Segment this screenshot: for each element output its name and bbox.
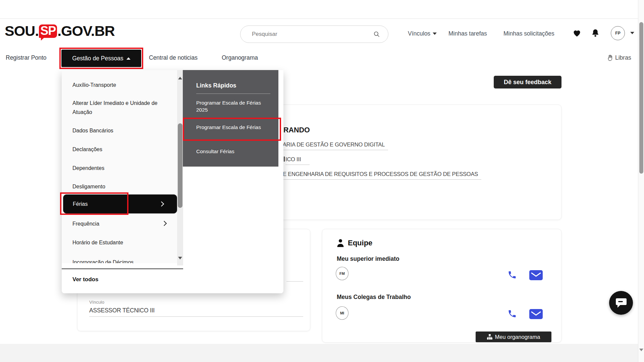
search-input[interactable] — [252, 31, 373, 38]
submenu-title-underline — [196, 94, 270, 94]
colegas-label: Meus Colegas de Trabalho — [337, 294, 411, 301]
nav-gestao-de-pessoas[interactable]: Gestão de Pessoas — [61, 50, 141, 67]
menu-scrollbar[interactable] — [177, 70, 183, 265]
meu-organograma-button[interactable]: Meu organograma — [476, 331, 551, 342]
gestao-de-pessoas-label: Gestão de Pessoas — [72, 55, 123, 62]
sou-sp-gov-logo[interactable]: SOU.SP.GOV.BR — [5, 23, 115, 39]
feedback-button-label: Dê seu feedback — [504, 79, 551, 86]
menu-item-ver-todos[interactable]: Ver todos — [72, 276, 98, 283]
logo-gov-text: .GOV.BR — [57, 23, 115, 39]
email-icon[interactable] — [529, 309, 543, 319]
menu-divider — [62, 268, 183, 269]
vinculos-menu[interactable]: Vínculos — [408, 29, 437, 38]
vinculo-value: ASSESSOR TÉCNICO III — [89, 307, 155, 314]
superior-label: Meu superior imediato — [337, 255, 399, 262]
vinculos-label: Vínculos — [408, 30, 430, 37]
submenu-item-consultar[interactable]: Consultar Férias — [196, 148, 267, 155]
scroll-up-arrow-icon[interactable] — [178, 77, 182, 79]
vinculo-underline — [89, 316, 303, 317]
user-avatar[interactable]: FP — [611, 26, 625, 40]
links-rapidos-title: Links Rápidos — [196, 82, 236, 89]
search-bar[interactable] — [240, 25, 388, 43]
links-rapidos-submenu: Links Rápidos Programar Escala de Férias… — [183, 70, 278, 167]
hand-icon — [607, 54, 613, 61]
notifications-bell-icon[interactable] — [591, 29, 599, 37]
minhas-tarefas-link[interactable]: Minhas tarefas — [448, 29, 487, 38]
nav-organograma[interactable]: Organograma — [222, 54, 258, 61]
colega-initials: MI — [340, 311, 344, 315]
profile-link-secretaria[interactable]: ARIA DE GESTÃO E GOVERNO DIGITAL — [283, 141, 388, 150]
favorites-heart-icon[interactable] — [573, 29, 581, 37]
menu-item-incorporacao-decimos[interactable]: Incorporação de Décimos — [72, 258, 174, 263]
equipe-card: Equipe Meu superior imediato FM Meus Col… — [322, 229, 561, 343]
menu-item-ferias[interactable]: Férias — [63, 194, 177, 214]
submenu-item-programar-2025[interactable]: Programar Escala de Férias 2025 — [196, 99, 267, 113]
menu-item-horario-estudante[interactable]: Horário de Estudante — [72, 238, 174, 247]
page-scrollbar[interactable] — [638, 0, 644, 362]
menu-item-desligamento[interactable]: Desligamento — [72, 182, 174, 191]
menu-item-alterar-lider[interactable]: Alterar Líder Imediato e Unidade de Atua… — [72, 99, 174, 117]
phone-icon[interactable] — [507, 309, 517, 318]
search-icon[interactable] — [373, 31, 380, 38]
libras-label: Libras — [615, 54, 631, 61]
meu-organograma-label: Meu organograma — [495, 334, 540, 340]
chevron-down-icon — [433, 33, 437, 35]
chevron-right-icon — [159, 201, 164, 207]
menu-item-dados-bancarios[interactable]: Dados Bancários — [72, 126, 174, 135]
user-initials: FP — [615, 31, 620, 36]
menu-item-auxilio-transporte[interactable]: Auxílio-Transporte — [72, 80, 174, 89]
menu-item-declaracoes[interactable]: Declarações — [72, 145, 174, 154]
equipe-title: Equipe — [348, 239, 372, 247]
scroll-down-arrow-icon[interactable] — [178, 257, 182, 259]
gestao-de-pessoas-dropdown: Auxílio-Transporte Alterar Líder Imediat… — [62, 70, 283, 293]
phone-icon[interactable] — [507, 270, 517, 280]
hidden-field-underline — [286, 281, 303, 282]
profile-name-fragment: RANDO — [283, 126, 310, 134]
ferias-label: Férias — [73, 201, 88, 207]
nav-registrar-ponto[interactable]: Registrar Ponto — [6, 54, 47, 61]
profile-link-cargo[interactable]: ICO III — [285, 156, 310, 165]
menu-item-frequencia[interactable]: Frequência — [72, 219, 174, 228]
sp-speech-bubble-icon: SP — [39, 24, 57, 38]
page-scroll-down-arrow-icon[interactable] — [639, 349, 643, 351]
menu-scroll-viewport: Auxílio-Transporte Alterar Líder Imediat… — [62, 70, 183, 263]
clipped-letter-stroke — [284, 157, 285, 162]
page-scrollbar-thumb[interactable] — [639, 22, 643, 174]
org-chart-icon — [487, 334, 492, 340]
superior-avatar: FM — [336, 267, 348, 280]
libras-button[interactable]: Libras — [607, 54, 631, 61]
minhas-tarefas-label: Minhas tarefas — [448, 30, 487, 37]
minhas-solicitacoes-label: Minhas solicitações — [503, 30, 554, 37]
email-icon[interactable] — [529, 270, 543, 280]
person-icon — [336, 239, 344, 247]
footer-strip — [0, 344, 638, 362]
submenu-item-programar[interactable]: Programar Escala de Férias — [196, 124, 267, 131]
colega-avatar: MI — [336, 306, 348, 320]
menu-scrollbar-thumb[interactable] — [178, 123, 182, 208]
menu-item-dependentes[interactable]: Dependentes — [72, 164, 174, 173]
feedback-button[interactable]: Dê seu feedback — [494, 76, 561, 88]
superior-initials: FM — [339, 272, 345, 276]
nav-central-de-noticias[interactable]: Central de noticias — [149, 54, 198, 61]
chat-bubble-icon — [615, 298, 627, 308]
minhas-solicitacoes-link[interactable]: Minhas solicitações — [503, 29, 554, 38]
profile-link-departamento[interactable]: E ENGENHARIA DE REQUISITOS E PROCESSOS D… — [283, 171, 481, 180]
chevron-up-icon — [126, 57, 130, 60]
browser-top-strip — [0, 0, 644, 19]
chat-fab-button[interactable] — [609, 291, 633, 315]
vinculo-label: Vínculo — [89, 300, 104, 305]
profile-chevron-down-icon[interactable] — [630, 32, 634, 34]
logo-sou-text: SOU. — [5, 23, 39, 39]
